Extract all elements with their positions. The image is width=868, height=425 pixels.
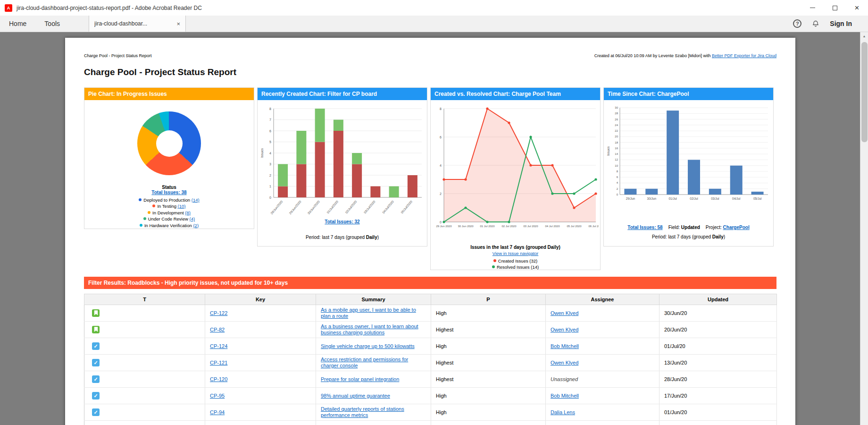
assignee-link[interactable]: Bob Mitchell: [551, 393, 579, 399]
issue-row: ✓CP-94Detailed quarterly reports of stat…: [84, 404, 777, 421]
type-cell: [84, 305, 205, 322]
svg-text:28: 28: [615, 112, 618, 115]
col-header-updated: Updated: [659, 294, 777, 305]
exporter-link[interactable]: Better PDF Exporter for Jira Cloud: [712, 53, 776, 58]
svg-text:28/Jun/2020: 28/Jun/2020: [270, 200, 284, 215]
assignee-cell: Unassigned: [546, 371, 659, 388]
issue-summary-link[interactable]: Detailed quarterly reports of stations p…: [321, 406, 404, 418]
legend-count-link[interactable]: (10): [178, 204, 186, 209]
filter-results-table: T Key Summary P Assignee Updated CP-122A…: [84, 294, 777, 425]
col-header-priority: P: [431, 294, 546, 305]
minimize-button[interactable]: [801, 0, 824, 16]
key-cell: CP-93: [205, 421, 316, 425]
panel-pie-chart: Pie Chart: In Progress Issues Status Tot…: [84, 87, 254, 229]
scroll-up-arrow[interactable]: ▲: [860, 32, 868, 40]
svg-text:1: 1: [269, 185, 271, 188]
tab-tools[interactable]: Tools: [35, 16, 69, 32]
assignee-link[interactable]: Owen Klyed: [551, 310, 578, 316]
issue-key-link[interactable]: CP-121: [210, 360, 227, 366]
legend-item: Deployed to Production (14): [139, 197, 199, 203]
legend-count-link[interactable]: (2): [193, 223, 199, 228]
priority-cell: High: [431, 421, 546, 425]
updated-cell: 13/Jun/20: [659, 355, 777, 371]
time-since-total-link[interactable]: Total Issues: 58: [627, 225, 662, 230]
minimize-icon: [810, 8, 815, 8]
svg-text:05 Jul 2020: 05 Jul 2020: [567, 225, 582, 228]
svg-text:04/Jul/2020: 04/Jul/2020: [381, 200, 394, 214]
sign-in-button[interactable]: Sign In: [830, 20, 852, 27]
legend-bullet: [140, 224, 142, 227]
recently-created-total-link[interactable]: Total Issues: 32: [325, 219, 359, 224]
legend-bullet: [493, 259, 496, 262]
svg-text:03 Jul 2020: 03 Jul 2020: [523, 225, 538, 228]
task-icon: ✓: [92, 375, 100, 383]
assignee-cell: Bob Mitchell: [546, 338, 659, 355]
legend-bullet: [143, 217, 146, 220]
task-icon: ✓: [92, 408, 100, 416]
document-area: Charge Pool - Project Status Report Crea…: [0, 32, 868, 425]
assignee-link[interactable]: Owen Klyed: [551, 360, 578, 366]
svg-text:0: 0: [440, 221, 442, 224]
issue-key-link[interactable]: CP-95: [210, 393, 225, 399]
issue-key-link[interactable]: CP-124: [210, 343, 227, 349]
legend-label: In Development: [152, 210, 185, 215]
pie-donut-chart: [137, 111, 201, 175]
assignee-link[interactable]: Bob Mitchell: [551, 343, 579, 349]
charts-row: Pie Chart: In Progress Issues Status Tot…: [84, 87, 776, 270]
svg-text:10: 10: [615, 164, 618, 167]
assignee-cell: Owen Klyed: [546, 355, 659, 371]
svg-text:06 Jul 2020: 06 Jul 2020: [588, 225, 599, 228]
pie-total-issues-link[interactable]: Total Issues: 38: [151, 190, 186, 195]
legend-count-link[interactable]: (4): [190, 216, 195, 221]
help-icon[interactable]: ?: [793, 19, 801, 28]
svg-text:04 Jul 2020: 04 Jul 2020: [545, 225, 560, 228]
maximize-button[interactable]: [824, 0, 846, 16]
issue-key-link[interactable]: CP-122: [210, 310, 227, 316]
svg-text:2: 2: [616, 187, 618, 190]
svg-text:4: 4: [440, 164, 442, 167]
issue-summary-link[interactable]: Access restriction and permissions for c…: [321, 357, 408, 368]
legend-count-link[interactable]: (8): [185, 210, 191, 215]
svg-text:0: 0: [269, 196, 271, 199]
created-vs-resolved-header: Created vs. Resolved Chart: Charge Pool …: [431, 88, 600, 100]
document-tab[interactable]: jira-cloud-dashboar... ×: [89, 16, 186, 32]
panel-created-vs-resolved-chart: Created vs. Resolved Chart: Charge Pool …: [430, 87, 601, 270]
key-cell: CP-121: [205, 355, 316, 371]
issue-key-link[interactable]: CP-94: [210, 409, 225, 415]
issue-summary-link[interactable]: As a business owner, I want to learn abo…: [321, 323, 418, 335]
assignee-cell: Bob Mitchell: [546, 421, 659, 425]
tab-close-icon[interactable]: ×: [176, 20, 180, 27]
issue-key-link[interactable]: CP-82: [210, 327, 225, 332]
issue-row: ✓CP-120Prepare for solar panel integrati…: [84, 371, 777, 388]
bell-icon[interactable]: [812, 20, 819, 28]
priority-cell: High: [431, 404, 546, 421]
pie-status-label: Status: [162, 185, 176, 190]
legend-count-link[interactable]: (14): [192, 197, 200, 203]
summary-cell: As a mobile app user, I want to be able …: [316, 305, 431, 322]
assignee-link[interactable]: Dalia Lens: [551, 409, 575, 415]
issue-summary-link[interactable]: Prepare for solar panel integration: [321, 376, 399, 382]
panel-recently-created-chart: Recently Created Chart: Filter for CP bo…: [257, 87, 427, 246]
close-button[interactable]: ×: [846, 0, 868, 16]
tab-home[interactable]: Home: [0, 16, 35, 32]
issue-summary-link[interactable]: As a mobile app user, I want to be able …: [321, 307, 416, 319]
recently-created-header: Recently Created Chart: Filter for CP bo…: [258, 88, 427, 100]
legend-label: In Hardware Verification: [144, 223, 193, 228]
priority-cell: Highest: [431, 371, 546, 388]
issue-row: ✓CP-93Smart charging and scheduled charg…: [84, 421, 777, 425]
vertical-scrollbar[interactable]: ▲: [860, 32, 868, 425]
project-link[interactable]: ChargePool: [723, 225, 750, 230]
issue-key-link[interactable]: CP-120: [210, 376, 227, 382]
type-cell: ✓: [84, 421, 205, 425]
assignee-cell: Bob Mitchell: [546, 388, 659, 404]
scrollbar-thumb[interactable]: [861, 42, 868, 142]
pdf-page: Charge Pool - Project Status Report Crea…: [65, 38, 795, 425]
issue-summary-link[interactable]: Single vehicle charge up to 500 kilowatt…: [321, 343, 415, 349]
task-icon: ✓: [92, 392, 100, 400]
assignee-link[interactable]: Owen Klyed: [551, 327, 578, 332]
issue-summary-link[interactable]: 98% annual uptime guarantee: [321, 393, 390, 399]
view-in-issue-navigator-link[interactable]: View in Issue navigator: [492, 251, 539, 256]
key-cell: CP-94: [205, 404, 316, 421]
pdf-header-left: Charge Pool - Project Status Report: [84, 53, 152, 59]
legend-label: Deployed to Production: [143, 197, 191, 203]
